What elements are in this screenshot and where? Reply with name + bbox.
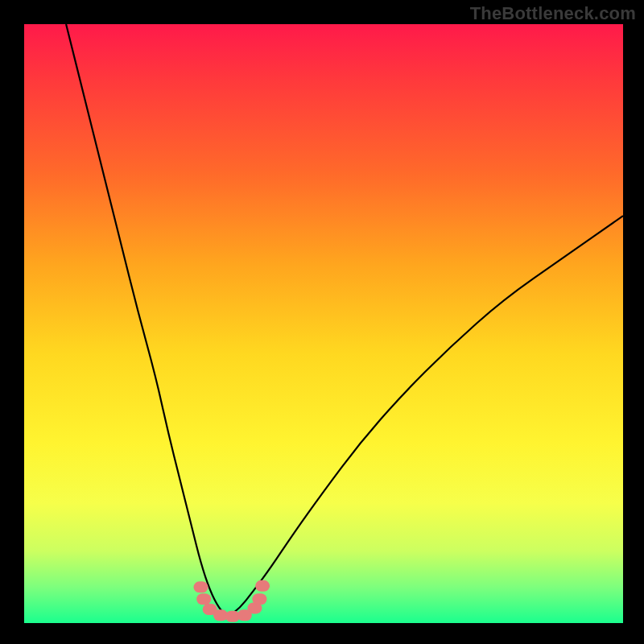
series-right-branch xyxy=(228,216,623,617)
series-left-branch xyxy=(66,24,228,617)
chart-frame: TheBottleneck.com xyxy=(0,0,644,644)
chart-svg xyxy=(0,0,644,644)
